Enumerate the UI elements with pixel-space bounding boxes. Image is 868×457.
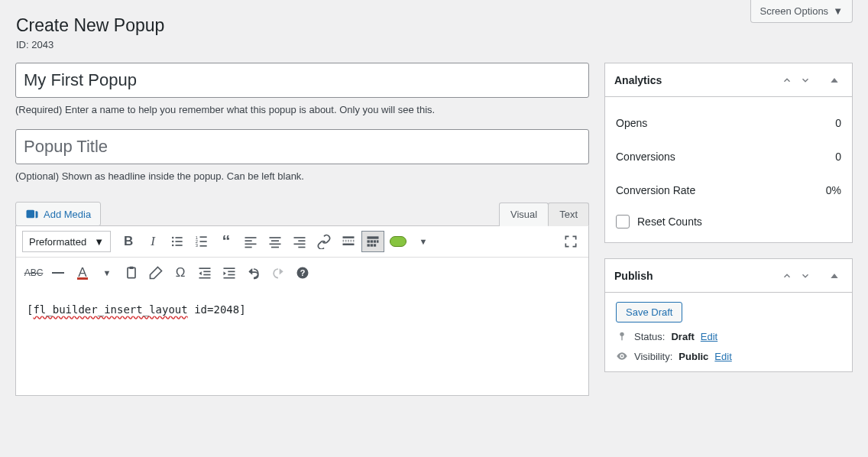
align-right-button[interactable]: [288, 231, 311, 252]
redo-icon: [270, 265, 286, 280]
align-left-button[interactable]: [239, 231, 262, 252]
svg-rect-15: [245, 244, 257, 245]
svg-text:?: ?: [300, 268, 306, 277]
svg-marker-53: [831, 274, 837, 278]
align-center-button[interactable]: [264, 231, 287, 252]
indent-icon: [222, 265, 237, 280]
toolbar-toggle-button[interactable]: [361, 231, 384, 252]
visibility-value: Public: [679, 351, 708, 362]
link-icon: [316, 234, 332, 249]
chevron-down-icon: [800, 271, 811, 281]
svg-marker-40: [199, 271, 202, 275]
link-button[interactable]: [313, 231, 335, 252]
plugin-button[interactable]: [386, 231, 410, 252]
svg-rect-46: [228, 274, 235, 276]
more-icon: [341, 234, 356, 249]
svg-rect-34: [371, 244, 373, 246]
reset-counts-checkbox[interactable]: [616, 215, 630, 228]
format-select[interactable]: Preformatted ▼: [22, 231, 111, 252]
eye-icon: [616, 350, 628, 362]
editor-content-area[interactable]: [fl_builder_insert_layout id=2048]: [16, 288, 588, 395]
svg-rect-18: [271, 240, 279, 241]
svg-rect-27: [343, 244, 355, 246]
popup-id-label: ID: 2043: [16, 39, 853, 50]
clipboard-icon: [124, 265, 139, 280]
popup-name-input[interactable]: [15, 63, 589, 98]
screen-options-button[interactable]: Screen Options ▼: [750, 0, 853, 23]
text-color-icon: A: [77, 266, 88, 280]
svg-rect-41: [203, 274, 210, 276]
svg-rect-13: [245, 237, 257, 238]
blockquote-button[interactable]: “: [215, 231, 238, 252]
help-button[interactable]: ?: [291, 262, 314, 284]
conversions-value: 0: [835, 151, 841, 163]
caret-down-icon: ▼: [103, 268, 112, 277]
caret-down-icon: ▼: [833, 5, 843, 17]
clear-formatting-button[interactable]: [144, 262, 167, 284]
move-up-button[interactable]: [779, 72, 795, 89]
text-color-dropdown-button[interactable]: ▼: [96, 262, 118, 284]
add-media-button[interactable]: Add Media: [15, 202, 101, 226]
bold-button[interactable]: B: [117, 231, 140, 252]
svg-rect-24: [298, 247, 305, 248]
tab-visual[interactable]: Visual: [499, 203, 549, 226]
svg-rect-4: [176, 241, 183, 242]
move-down-button[interactable]: [797, 267, 814, 284]
status-label: Status:: [634, 331, 665, 342]
svg-rect-39: [203, 271, 210, 273]
svg-rect-37: [130, 267, 134, 269]
italic-button[interactable]: I: [141, 231, 164, 252]
toggle-panel-button[interactable]: [826, 72, 843, 89]
chevron-up-icon: [782, 75, 792, 86]
conversions-label: Conversions: [616, 151, 675, 163]
plugin-dropdown-button[interactable]: ▼: [412, 231, 435, 252]
svg-point-5: [172, 245, 174, 247]
svg-rect-21: [294, 237, 306, 238]
outdent-button[interactable]: [193, 262, 216, 284]
svg-rect-25: [343, 236, 355, 238]
strikethrough-button[interactable]: ABC: [22, 262, 45, 284]
svg-rect-17: [270, 237, 281, 238]
numbered-list-button[interactable]: 123: [190, 231, 213, 252]
indent-button[interactable]: [218, 262, 241, 284]
redo-button[interactable]: [267, 262, 290, 284]
analytics-title: Analytics: [614, 74, 662, 86]
svg-rect-20: [271, 247, 279, 248]
svg-rect-55: [621, 335, 622, 340]
bullet-list-button[interactable]: [166, 231, 189, 252]
plugin-icon: [390, 236, 406, 247]
move-down-button[interactable]: [797, 72, 814, 89]
svg-rect-31: [374, 240, 376, 242]
text-color-button[interactable]: A: [71, 262, 94, 284]
paste-text-button[interactable]: [120, 262, 143, 284]
conversion-rate-value: 0%: [826, 184, 841, 196]
edit-visibility-link[interactable]: Edit: [714, 351, 731, 362]
hr-button[interactable]: [47, 262, 70, 284]
edit-status-link[interactable]: Edit: [701, 331, 717, 342]
move-up-button[interactable]: [779, 267, 795, 284]
caret-up-icon: [829, 75, 840, 86]
bullet-list-icon: [170, 234, 185, 249]
save-draft-button[interactable]: Save Draft: [616, 302, 682, 322]
opens-value: 0: [835, 117, 841, 129]
align-center-icon: [267, 234, 283, 249]
screen-options-label: Screen Options: [760, 5, 829, 17]
read-more-button[interactable]: [337, 231, 360, 252]
svg-rect-26: [343, 240, 355, 241]
editor-container: Preformatted ▼ B I 123 “: [15, 225, 589, 396]
tab-text[interactable]: Text: [548, 203, 589, 226]
editor-text: [fl_builder_insert_layout id=2048]: [27, 303, 246, 316]
publish-panel: Publish Save Draft Status: Draft Edit: [604, 258, 853, 372]
opens-label: Opens: [616, 117, 647, 129]
popup-title-input[interactable]: [15, 129, 589, 164]
svg-marker-45: [224, 271, 226, 275]
fullscreen-button[interactable]: [559, 231, 582, 252]
chevron-down-icon: [800, 75, 811, 86]
toggle-panel-button[interactable]: [826, 267, 843, 284]
name-helper-text: (Required) Enter a name to help you reme…: [15, 104, 589, 115]
quote-icon: “: [222, 232, 231, 251]
outdent-icon: [197, 265, 212, 280]
special-char-button[interactable]: Ω: [169, 262, 192, 284]
undo-button[interactable]: [242, 262, 265, 284]
bold-icon: B: [124, 234, 133, 249]
